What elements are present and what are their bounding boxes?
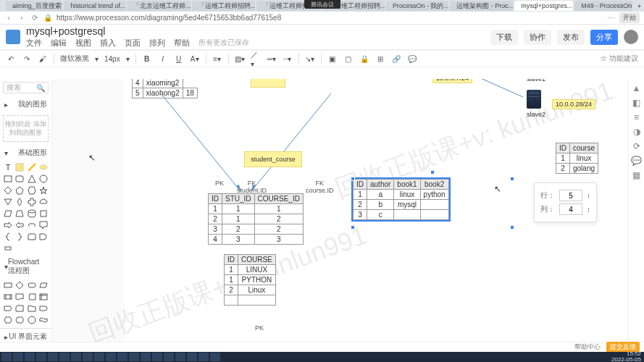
browser-tab[interactable]: ProcessOn - 我的...×	[386, 1, 448, 11]
flow-predef[interactable]	[3, 292, 13, 302]
stepper-icon[interactable]: ↕	[587, 192, 590, 200]
system-clock[interactable]: 15:522022-05-05	[611, 351, 643, 362]
shape-circle[interactable]	[38, 174, 49, 184]
taskbar-app-icon[interactable]	[94, 353, 104, 361]
taskbar-app-icon[interactable]	[48, 353, 58, 361]
help-link[interactable]: 帮助中心	[574, 342, 601, 352]
new-tab-button[interactable]: ＋	[634, 1, 644, 11]
theme-icon[interactable]: ◑	[632, 127, 642, 137]
flow-internal[interactable]	[38, 292, 49, 302]
flow-or[interactable]	[27, 315, 37, 325]
start-menu-icon[interactable]	[1, 353, 12, 361]
taskbar-app-icon[interactable]	[187, 353, 197, 361]
align-icon[interactable]: ≡▾	[212, 54, 222, 64]
shape-cube[interactable]	[38, 209, 49, 219]
app-logo-icon[interactable]	[6, 30, 20, 44]
flow-loop[interactable]	[3, 315, 13, 325]
line-style-icon[interactable]: ┄▾	[283, 54, 293, 64]
shape-and[interactable]	[38, 232, 49, 242]
taskbar-app-icon[interactable]	[13, 353, 23, 361]
flow-manual[interactable]	[27, 303, 37, 313]
taskbar-app-icon[interactable]	[129, 353, 139, 361]
lock-tool-icon[interactable]: 🔒	[359, 54, 369, 64]
browser-tab[interactable]: 「北京运维工程师...×	[127, 1, 190, 11]
flow-terminator[interactable]	[27, 280, 37, 290]
back-icon[interactable]: ‹	[4, 14, 13, 22]
avatar[interactable]	[624, 30, 638, 44]
taskbar-app-icon[interactable]	[141, 353, 151, 361]
shape-arrow-bi[interactable]	[27, 220, 37, 230]
menu-edit[interactable]: 编辑	[51, 38, 67, 49]
taskbar-app-icon[interactable]	[59, 353, 70, 361]
browser-tab[interactable]: M49 - ProcessOn×	[574, 1, 632, 11]
shape-cloud[interactable]	[38, 197, 49, 207]
shape-triangle[interactable]	[27, 174, 37, 184]
selection-handle[interactable]	[510, 225, 514, 230]
taskbar-app-icon[interactable]	[164, 353, 174, 361]
flow-stored[interactable]	[27, 292, 37, 302]
taskbar-app-icon[interactable]	[83, 353, 93, 361]
browser-tab[interactable]: historical trend of...×	[64, 1, 125, 11]
shape-rect[interactable]	[3, 174, 13, 184]
shape-brace-l[interactable]	[3, 232, 13, 242]
taskbar-app-icon[interactable]	[71, 353, 81, 361]
section-basic[interactable]: ▾ 基础图形	[0, 145, 51, 161]
undo-icon[interactable]: ↶	[6, 54, 16, 64]
shape-text[interactable]: T	[3, 162, 13, 172]
table-student-course[interactable]: IDSTU_IDCOURSE_ID 111 212 322 433	[208, 193, 304, 245]
share-button[interactable]: 分享	[590, 30, 618, 45]
shape-hexagon[interactable]	[27, 185, 37, 195]
comments-icon[interactable]: 💬	[632, 156, 642, 166]
front-icon[interactable]: ▣	[327, 54, 338, 64]
shape-note[interactable]	[14, 162, 25, 172]
flow-decision[interactable]	[14, 280, 25, 290]
search-input[interactable]: 搜索🔍	[3, 82, 49, 93]
taskbar-app-icon[interactable]	[198, 353, 209, 361]
flow-data[interactable]	[38, 280, 49, 290]
shape-arrow-left[interactable]	[14, 220, 25, 230]
shape-trapezoid[interactable]	[14, 209, 25, 219]
menu-help[interactable]: 帮助	[174, 38, 190, 49]
shape-roundrect[interactable]	[14, 174, 25, 184]
forward-icon[interactable]: ›	[17, 14, 26, 22]
drop-zone[interactable]: 拖到此处 添加到我的图形	[3, 115, 49, 142]
menu-view[interactable]: 视图	[75, 38, 91, 49]
font-select[interactable]: 微软雅黑	[60, 54, 89, 64]
flow-delay[interactable]	[38, 303, 49, 313]
flow-display[interactable]	[14, 315, 25, 325]
shape-parallelogram[interactable]	[3, 209, 13, 219]
layers-icon[interactable]: ≡	[632, 112, 642, 122]
back-icon[interactable]: ▢	[343, 54, 354, 64]
taskbar-app-icon[interactable]	[36, 353, 46, 361]
taskbar-app-icon[interactable]	[175, 353, 185, 361]
cols-input[interactable]	[559, 203, 582, 215]
server-icon[interactable]	[527, 90, 541, 109]
flow-doc[interactable]	[14, 292, 25, 302]
flow-seq[interactable]	[3, 303, 13, 313]
menu-page[interactable]: 页面	[125, 38, 141, 49]
font-size-select[interactable]: 14px	[104, 55, 120, 63]
download-button[interactable]: 下载	[490, 30, 518, 45]
rows-input[interactable]	[559, 190, 582, 201]
comment-icon[interactable]: 💬	[407, 54, 417, 64]
start-button[interactable]: 开始	[619, 12, 640, 23]
link-icon[interactable]: 🔗	[391, 54, 401, 64]
selection-handle[interactable]	[351, 225, 355, 230]
shape-ellipse-y[interactable]	[38, 162, 49, 172]
taskbar-app-icon[interactable]	[152, 353, 162, 361]
selection-handle[interactable]	[510, 177, 514, 181]
ip-label[interactable]: 10.0.0.28/24	[552, 99, 595, 109]
collab-button[interactable]: 协作	[524, 30, 551, 45]
extension-icon[interactable]: ⋯	[606, 14, 615, 22]
browser-tab[interactable]: 「运维工程师招聘...×	[192, 1, 255, 11]
shape-pentagon[interactable]	[14, 185, 25, 195]
flow-tape[interactable]	[38, 315, 49, 325]
shape-tab[interactable]	[27, 232, 37, 242]
publish-button[interactable]: 发布	[557, 30, 585, 45]
selection-handle[interactable]	[430, 170, 435, 174]
format-painter-icon[interactable]: 🖌	[38, 54, 48, 64]
feedback-link[interactable]: ☆ 功能建议	[600, 54, 638, 64]
shape-small-rect[interactable]	[3, 243, 13, 253]
shape-star[interactable]	[38, 185, 49, 195]
browser-tab-active[interactable]: mysql+postgres...×	[514, 1, 573, 11]
